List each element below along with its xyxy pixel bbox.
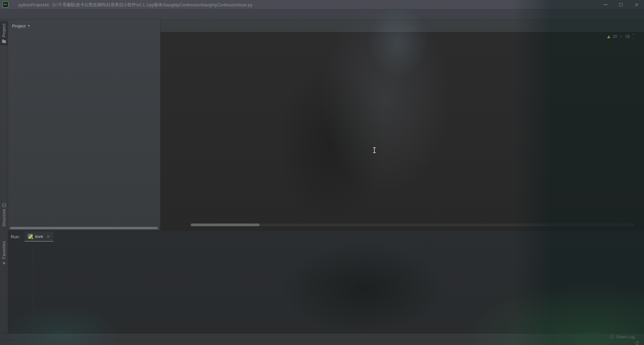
- tool-window-bar: Event Log: [0, 333, 644, 340]
- error-stripe: [639, 32, 644, 230]
- window-controls: ×: [598, 0, 644, 9]
- run-panel-header: Run: love ×: [8, 231, 644, 243]
- chevron-down-icon: ▼: [27, 24, 30, 28]
- title-bar: PC pythonProject44 - D:\千寻编程\皮卡丘爬虫源码\抖音表…: [0, 0, 644, 9]
- pycharm-logo-icon: PC: [3, 2, 8, 7]
- editor-horizontal-scrollbar[interactable]: [191, 224, 634, 226]
- project-tool-window: Project ▼: [8, 19, 160, 230]
- close-tab-icon[interactable]: ×: [46, 234, 50, 239]
- lock-icon[interactable]: [636, 342, 639, 345]
- stripe-tab-project[interactable]: Project: [0, 21, 8, 45]
- run-panel-label: Run:: [11, 234, 20, 239]
- stripe-project-label: Project: [2, 23, 6, 37]
- project-panel-title[interactable]: Project: [12, 23, 26, 29]
- navigation-bar: [0, 9, 644, 19]
- scrollbar-thumb[interactable]: [191, 224, 260, 226]
- passed-count: 19: [625, 34, 630, 39]
- editor-tab-bar: [160, 19, 644, 32]
- prev-problem-chevron-up-icon[interactable]: ⌃: [632, 35, 635, 36]
- minimize-icon: [604, 4, 607, 5]
- maximize-icon: [619, 3, 623, 6]
- check-icon: ✓: [619, 34, 623, 39]
- stripe-tab-favorites[interactable]: Favorites ★: [0, 241, 8, 265]
- left-tool-stripe: Project Structure Favorites ★: [0, 19, 8, 333]
- next-problem-chevron-down-icon[interactable]: ⌄: [632, 37, 635, 39]
- run-console[interactable]: [36, 244, 641, 332]
- event-log-icon: [610, 335, 614, 339]
- star-icon: ★: [2, 261, 6, 265]
- structure-icon: [2, 203, 6, 207]
- folder-icon: [2, 40, 6, 43]
- project-panel-header: Project ▼: [8, 19, 160, 32]
- minimize-button[interactable]: [598, 0, 613, 9]
- editor-area: 20 ✓ 19 ⌃ ⌄: [160, 19, 644, 230]
- code-editor[interactable]: [160, 32, 639, 230]
- stripe-favorites-label: Favorites: [2, 241, 6, 259]
- mouse-cursor: [374, 148, 375, 153]
- inspection-widget[interactable]: 20 ✓ 19 ⌃ ⌄: [607, 34, 635, 39]
- pycharm-window: PC pythonProject44 - D:\千寻编程\皮卡丘爬虫源码\抖音表…: [0, 0, 644, 345]
- stripe-structure-label: Structure: [2, 209, 6, 227]
- event-log-button[interactable]: Event Log: [610, 335, 635, 339]
- stripe-tab-structure[interactable]: Structure: [0, 203, 8, 227]
- close-button[interactable]: ×: [629, 0, 644, 9]
- event-log-label: Event Log: [616, 335, 635, 339]
- project-horizontal-scrollbar[interactable]: [10, 227, 158, 229]
- maximize-button[interactable]: [613, 0, 629, 9]
- run-tool-window: Run: love ×: [8, 230, 644, 333]
- run-toolbar: [8, 245, 34, 333]
- warning-count: 20: [613, 34, 617, 39]
- python-run-icon: [28, 234, 33, 239]
- status-bar: [0, 340, 644, 345]
- run-tab-label: love: [35, 234, 43, 239]
- window-title: pythonProject44 - D:\千寻编程\皮卡丘爬虫源码\抖音表白小软…: [18, 1, 594, 8]
- warning-icon: [607, 35, 610, 38]
- close-icon: ×: [634, 2, 638, 7]
- run-tab-love[interactable]: love ×: [25, 232, 53, 242]
